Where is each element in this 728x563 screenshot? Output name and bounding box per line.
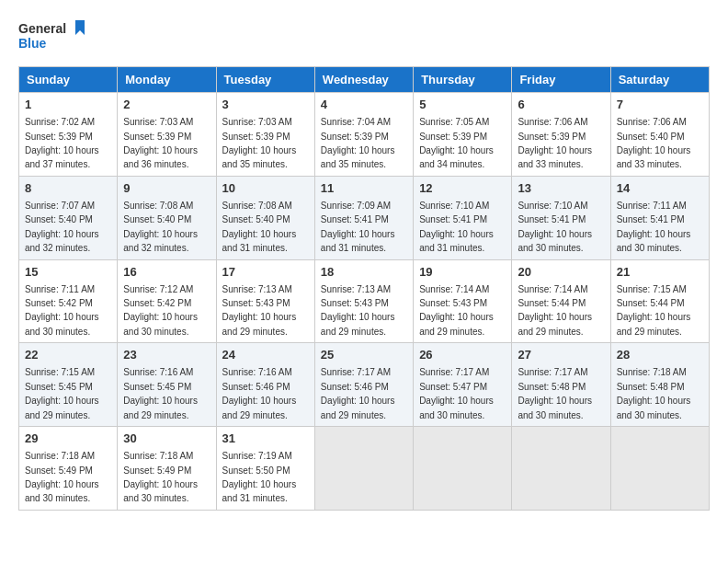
day-number: 30 bbox=[123, 431, 210, 447]
day-number: 3 bbox=[222, 97, 309, 113]
day-number: 4 bbox=[321, 97, 407, 113]
day-info: Sunrise: 7:18 AMSunset: 5:48 PMDaylight:… bbox=[617, 367, 691, 419]
weekday-header-saturday: Saturday bbox=[610, 67, 709, 93]
calendar-cell: 29 Sunrise: 7:18 AMSunset: 5:49 PMDaylig… bbox=[19, 427, 118, 511]
calendar-cell: 5 Sunrise: 7:05 AMSunset: 5:39 PMDayligh… bbox=[414, 93, 512, 177]
calendar-cell: 10 Sunrise: 7:08 AMSunset: 5:40 PMDaylig… bbox=[216, 176, 314, 259]
day-number: 10 bbox=[222, 180, 309, 197]
day-number: 18 bbox=[321, 264, 407, 281]
day-info: Sunrise: 7:09 AMSunset: 5:41 PMDaylight:… bbox=[321, 201, 395, 253]
calendar-cell: 31 Sunrise: 7:19 AMSunset: 5:50 PMDaylig… bbox=[216, 427, 314, 511]
day-info: Sunrise: 7:13 AMSunset: 5:43 PMDaylight:… bbox=[321, 284, 395, 337]
day-number: 16 bbox=[123, 264, 210, 281]
calendar-cell: 27 Sunrise: 7:17 AMSunset: 5:48 PMDaylig… bbox=[512, 343, 610, 427]
weekday-header-thursday: Thursday bbox=[414, 67, 512, 93]
day-number: 24 bbox=[222, 347, 309, 363]
day-info: Sunrise: 7:16 AMSunset: 5:45 PMDaylight:… bbox=[123, 367, 198, 419]
day-info: Sunrise: 7:17 AMSunset: 5:47 PMDaylight:… bbox=[419, 367, 494, 419]
day-info: Sunrise: 7:04 AMSunset: 5:39 PMDaylight:… bbox=[321, 117, 395, 169]
weekday-header-wednesday: Wednesday bbox=[314, 67, 413, 93]
calendar-cell: 24 Sunrise: 7:16 AMSunset: 5:46 PMDaylig… bbox=[216, 343, 314, 427]
weekday-header-monday: Monday bbox=[118, 67, 216, 93]
calendar-cell: 25 Sunrise: 7:17 AMSunset: 5:46 PMDaylig… bbox=[314, 343, 413, 427]
day-info: Sunrise: 7:16 AMSunset: 5:46 PMDaylight:… bbox=[222, 367, 297, 419]
day-info: Sunrise: 7:03 AMSunset: 5:39 PMDaylight:… bbox=[123, 117, 198, 169]
calendar-cell: 7 Sunrise: 7:06 AMSunset: 5:40 PMDayligh… bbox=[610, 93, 709, 177]
weekday-header-tuesday: Tuesday bbox=[216, 67, 314, 93]
day-number: 23 bbox=[123, 347, 210, 363]
calendar-week-1: 1 Sunrise: 7:02 AMSunset: 5:39 PMDayligh… bbox=[19, 93, 710, 177]
day-info: Sunrise: 7:10 AMSunset: 5:41 PMDaylight:… bbox=[518, 201, 592, 253]
calendar-cell bbox=[314, 427, 413, 511]
day-number: 31 bbox=[222, 431, 309, 447]
day-number: 7 bbox=[617, 97, 703, 113]
day-info: Sunrise: 7:18 AMSunset: 5:49 PMDaylight:… bbox=[25, 451, 99, 503]
calendar-cell: 4 Sunrise: 7:04 AMSunset: 5:39 PMDayligh… bbox=[314, 93, 413, 177]
calendar-week-2: 8 Sunrise: 7:07 AMSunset: 5:40 PMDayligh… bbox=[19, 176, 710, 259]
day-info: Sunrise: 7:11 AMSunset: 5:42 PMDaylight:… bbox=[25, 284, 99, 337]
day-info: Sunrise: 7:18 AMSunset: 5:49 PMDaylight:… bbox=[123, 451, 198, 503]
calendar-cell: 23 Sunrise: 7:16 AMSunset: 5:45 PMDaylig… bbox=[118, 343, 216, 427]
calendar-cell bbox=[610, 427, 709, 511]
day-number: 14 bbox=[617, 180, 703, 197]
day-info: Sunrise: 7:08 AMSunset: 5:40 PMDaylight:… bbox=[222, 201, 297, 253]
day-number: 9 bbox=[123, 180, 210, 197]
calendar-cell: 28 Sunrise: 7:18 AMSunset: 5:48 PMDaylig… bbox=[610, 343, 709, 427]
svg-marker-2 bbox=[75, 20, 85, 35]
day-number: 6 bbox=[518, 97, 604, 113]
day-number: 2 bbox=[123, 97, 210, 113]
weekday-header-friday: Friday bbox=[512, 67, 610, 93]
weekday-header-sunday: Sunday bbox=[19, 67, 118, 93]
calendar-cell: 1 Sunrise: 7:02 AMSunset: 5:39 PMDayligh… bbox=[19, 93, 118, 177]
day-info: Sunrise: 7:07 AMSunset: 5:40 PMDaylight:… bbox=[25, 201, 99, 253]
calendar-cell: 6 Sunrise: 7:06 AMSunset: 5:39 PMDayligh… bbox=[512, 93, 610, 177]
calendar-cell: 21 Sunrise: 7:15 AMSunset: 5:44 PMDaylig… bbox=[610, 259, 709, 343]
calendar-cell: 13 Sunrise: 7:10 AMSunset: 5:41 PMDaylig… bbox=[512, 176, 610, 259]
svg-text:General: General bbox=[18, 21, 66, 36]
day-number: 28 bbox=[617, 347, 703, 363]
day-info: Sunrise: 7:17 AMSunset: 5:48 PMDaylight:… bbox=[518, 367, 592, 419]
calendar-cell: 26 Sunrise: 7:17 AMSunset: 5:47 PMDaylig… bbox=[414, 343, 512, 427]
day-number: 25 bbox=[321, 347, 407, 363]
day-info: Sunrise: 7:15 AMSunset: 5:44 PMDaylight:… bbox=[617, 284, 691, 337]
calendar-cell: 18 Sunrise: 7:13 AMSunset: 5:43 PMDaylig… bbox=[314, 259, 413, 343]
calendar-cell bbox=[414, 427, 512, 511]
svg-text:Blue: Blue bbox=[18, 36, 47, 51]
calendar-week-5: 29 Sunrise: 7:18 AMSunset: 5:49 PMDaylig… bbox=[19, 427, 710, 511]
logo-svg: General Blue bbox=[18, 18, 92, 57]
calendar-cell: 11 Sunrise: 7:09 AMSunset: 5:41 PMDaylig… bbox=[314, 176, 413, 259]
day-info: Sunrise: 7:12 AMSunset: 5:42 PMDaylight:… bbox=[123, 284, 198, 337]
day-info: Sunrise: 7:14 AMSunset: 5:43 PMDaylight:… bbox=[419, 284, 494, 337]
day-number: 21 bbox=[617, 264, 703, 281]
day-info: Sunrise: 7:06 AMSunset: 5:40 PMDaylight:… bbox=[617, 117, 691, 169]
day-info: Sunrise: 7:02 AMSunset: 5:39 PMDaylight:… bbox=[25, 117, 99, 169]
day-number: 8 bbox=[25, 180, 111, 197]
logo: General Blue bbox=[18, 18, 92, 57]
calendar-cell: 22 Sunrise: 7:15 AMSunset: 5:45 PMDaylig… bbox=[19, 343, 118, 427]
calendar-cell: 17 Sunrise: 7:13 AMSunset: 5:43 PMDaylig… bbox=[216, 259, 314, 343]
day-number: 29 bbox=[25, 431, 111, 447]
day-info: Sunrise: 7:17 AMSunset: 5:46 PMDaylight:… bbox=[321, 367, 395, 419]
calendar-cell: 16 Sunrise: 7:12 AMSunset: 5:42 PMDaylig… bbox=[118, 259, 216, 343]
day-info: Sunrise: 7:13 AMSunset: 5:43 PMDaylight:… bbox=[222, 284, 297, 337]
day-info: Sunrise: 7:03 AMSunset: 5:39 PMDaylight:… bbox=[222, 117, 297, 169]
calendar-week-3: 15 Sunrise: 7:11 AMSunset: 5:42 PMDaylig… bbox=[19, 259, 710, 343]
day-info: Sunrise: 7:11 AMSunset: 5:41 PMDaylight:… bbox=[617, 201, 691, 253]
calendar-cell: 2 Sunrise: 7:03 AMSunset: 5:39 PMDayligh… bbox=[118, 93, 216, 177]
calendar-cell bbox=[512, 427, 610, 511]
day-number: 26 bbox=[419, 347, 506, 363]
day-number: 15 bbox=[25, 264, 111, 281]
day-number: 22 bbox=[25, 347, 111, 363]
day-number: 5 bbox=[419, 97, 506, 113]
calendar-table: SundayMondayTuesdayWednesdayThursdayFrid… bbox=[18, 66, 710, 511]
calendar-cell: 12 Sunrise: 7:10 AMSunset: 5:41 PMDaylig… bbox=[414, 176, 512, 259]
day-number: 27 bbox=[518, 347, 604, 363]
calendar-cell: 9 Sunrise: 7:08 AMSunset: 5:40 PMDayligh… bbox=[118, 176, 216, 259]
day-info: Sunrise: 7:08 AMSunset: 5:40 PMDaylight:… bbox=[123, 201, 198, 253]
day-number: 11 bbox=[321, 180, 407, 197]
day-number: 13 bbox=[518, 180, 604, 197]
day-info: Sunrise: 7:10 AMSunset: 5:41 PMDaylight:… bbox=[419, 201, 494, 253]
day-number: 19 bbox=[419, 264, 506, 281]
weekday-header-row: SundayMondayTuesdayWednesdayThursdayFrid… bbox=[19, 67, 710, 93]
day-number: 1 bbox=[25, 97, 111, 113]
